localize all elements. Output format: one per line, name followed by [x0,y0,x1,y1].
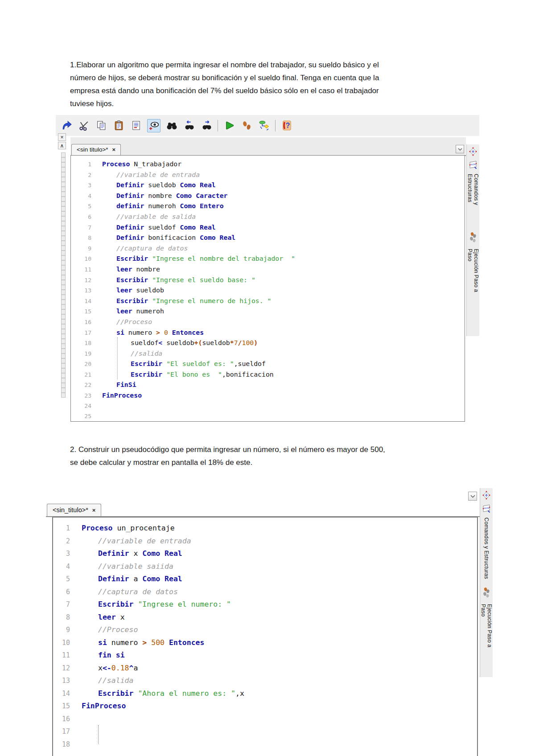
find-button[interactable] [165,119,178,132]
code-line[interactable]: 4//variable saiida [53,560,477,573]
find-next-button[interactable] [200,119,213,132]
operators-panel-button[interactable] [468,146,478,157]
tab-close-icon[interactable]: × [112,147,116,152]
line-number: 10 [53,637,74,649]
code-line[interactable]: 24 [71,401,465,411]
code-line[interactable]: 15leer numeroh [71,306,465,316]
close-panel-button[interactable]: × [58,133,66,141]
help-button[interactable]: ? [280,119,293,132]
code-line[interactable]: 8Definir bonificacion Como Real [71,232,465,243]
code-line[interactable]: 18sueldof< sueldob+(sueldob*7/100) [71,337,465,348]
line-number: 9 [71,243,96,254]
code-line[interactable]: 22FinSi [71,379,465,390]
examples-panel-button[interactable]: Hola [481,502,492,514]
code-line[interactable]: 12Escribir "Ingrese el sueldo base: " [71,275,465,285]
code-line[interactable]: 5Definir a Como Real [53,573,477,586]
syntax-eye-button[interactable] [147,119,160,132]
flowchart-button[interactable] [258,119,270,132]
curved-arrow-button[interactable] [60,119,73,132]
code-line[interactable]: 17si numero > 0 Entonces [71,327,465,338]
code-line[interactable]: 11leer nombre [71,264,465,275]
document-button[interactable] [130,119,142,132]
tab-sin-titulo[interactable]: <sin titulo>* × [71,144,121,155]
code-line[interactable]: 1Proceso N_trabajador [71,159,465,169]
token-id: un_procentaje [113,524,175,532]
operators-panel-button[interactable] [481,489,492,501]
token-kw: si [116,329,124,336]
code-line[interactable]: 6//captura de datos [53,586,477,599]
token-kw: Definir [116,234,144,241]
code-line[interactable]: 12x<-0.18^a [53,662,477,675]
line-number: 13 [71,285,96,296]
tab-list-dropdown[interactable] [468,492,477,501]
tab-close-icon[interactable]: × [92,507,96,513]
tab-list-dropdown[interactable] [456,145,464,153]
cut-button[interactable] [78,119,90,132]
code-line[interactable]: 4Definir nombre Como Caracter [71,190,465,201]
code-line[interactable]: 7Escribir "Ingrese el numero: " [53,598,477,611]
line-number: 18 [53,738,74,751]
code-line[interactable]: 9//captura de datos [71,243,465,254]
token-id: ,sueldof [234,360,266,367]
step-run-button[interactable] [240,119,253,132]
code-text: Definir sueldob Como Real [96,180,465,190]
code-editor-2[interactable]: 1Proceso un_procentaje2//variable de ent… [52,517,478,756]
copy-button[interactable] [95,119,107,132]
code-line[interactable]: 17 [53,725,477,738]
code-line[interactable]: 16//Proceso [71,316,465,327]
code-line[interactable]: 21Escribir "El bono es ",bonificacion [71,369,465,380]
code-line[interactable]: 2//variable de entrada [53,535,477,548]
code-line[interactable]: 14Escribir "Ahora el numero es: ",x [53,687,477,700]
code-line[interactable]: 23FinProceso [71,390,465,401]
code-line[interactable]: 7Definir sueldof Como Real [71,222,465,233]
code-line[interactable]: 8leer x [53,611,477,624]
code-line[interactable]: 3Definir x Como Real [53,547,477,560]
token-kw: si [98,638,107,647]
token-kw: Escribir [116,297,148,304]
code-line[interactable]: 9//Proceso [53,624,477,637]
code-line[interactable]: 10Escribir "Ingrese el nombre del trabaj… [71,253,465,264]
code-line[interactable]: 19//salida [71,348,465,359]
operators-icon [468,146,478,157]
code-line[interactable]: 2//variable de entrada [71,169,465,180]
token-kw: Proceso [102,160,130,168]
scroll-up-button[interactable]: ∧ [58,142,66,149]
paste-button[interactable] [112,119,125,132]
code-line[interactable]: 20Escribir "El sueldof es: ",sueldof [71,358,465,369]
line-number: 23 [71,390,96,401]
code-line[interactable]: 25 [71,411,465,422]
examples-panel-button[interactable]: Hola [468,159,478,170]
step-execution-tab[interactable]: Ejecución Paso a Paso [480,604,493,660]
code-line[interactable]: 11fin si [53,649,477,662]
step-execution-tab[interactable]: Ejecución Paso a Paso [467,249,479,298]
line-number: 15 [53,700,74,713]
code-line[interactable]: 1Proceso un_procentaje [53,522,477,535]
token-id: sueldob [162,339,194,346]
code-line[interactable]: 13//salida [53,674,477,687]
scissors-icon [78,120,90,131]
line-number: 25 [71,411,96,422]
line-number: 5 [53,573,74,586]
code-line[interactable]: 15FinProceso [53,700,477,713]
run-button[interactable] [223,119,235,132]
commands-structures-tab[interactable]: Comandos y Estructuras [483,518,490,580]
commands-structures-tab[interactable]: Comandos y Estructuras [467,174,479,225]
footprints-icon [481,584,492,600]
token-kw: Definir [116,192,144,199]
token-op: +( [194,339,202,346]
code-text: //Proceso [74,624,477,637]
token-num: 0 [164,329,168,336]
code-line[interactable]: 13leer sueldob [71,285,465,296]
tab-sin-titulo[interactable]: <sin_titulo>* × [47,504,101,516]
find-previous-button[interactable] [183,119,195,132]
code-editor-1[interactable]: 1Proceso N_trabajador2//variable de entr… [70,155,465,422]
left-scroll-column[interactable] [61,152,66,398]
code-line[interactable]: 10si numero > 500 Entonces [53,637,477,649]
token-cm: //Proceso [116,318,152,325]
token-str: "Ahora el numero es: " [133,689,235,698]
code-line[interactable]: 3Definir sueldob Como Real [71,180,465,190]
code-line[interactable]: 6//variable de salida [71,211,465,222]
code-line[interactable]: 5definir numeroh Como Entero [71,201,465,211]
code-line[interactable]: 14Escribir "Ingrese el numero de hijos. … [71,296,465,306]
code-line[interactable]: 16 [53,713,477,726]
